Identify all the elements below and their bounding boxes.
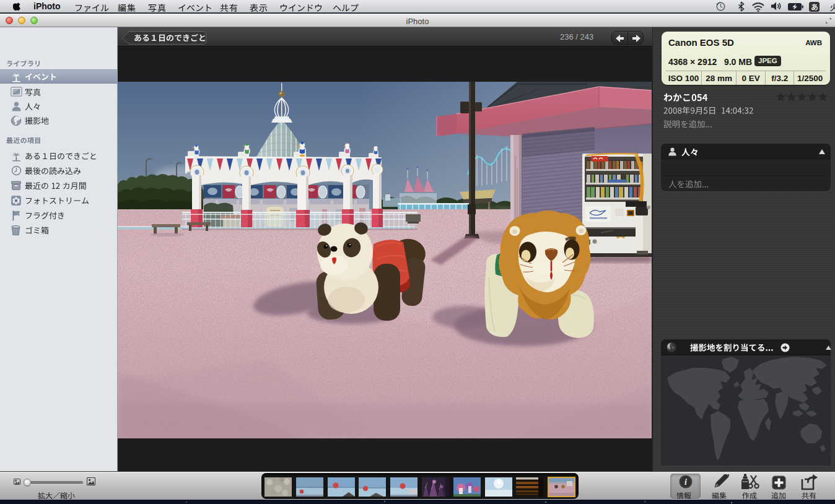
svg-text:i: i: [684, 477, 687, 487]
